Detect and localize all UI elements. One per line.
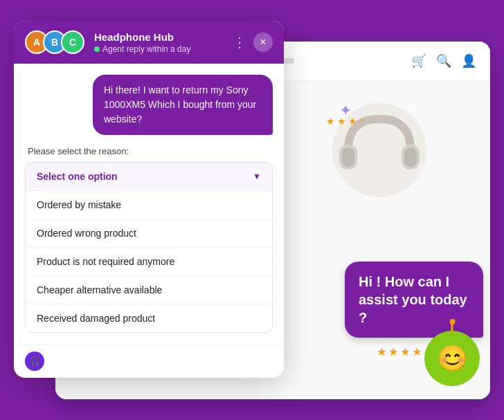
- option-2-text: Ordered wrong product: [37, 228, 136, 239]
- svg-rect-4: [404, 147, 417, 167]
- chat-header-info: Headphone Hub Agent reply within a day: [94, 31, 226, 54]
- user-icon[interactable]: 👤: [461, 53, 476, 69]
- option-5-text: Received damaged product: [37, 313, 155, 324]
- close-button[interactable]: ×: [253, 33, 273, 52]
- chat-logo-icon: 🎧: [30, 356, 40, 366]
- dropdown-option-3[interactable]: Product is not required anymore: [26, 248, 272, 276]
- option-3-text: Product is not required anymore: [37, 256, 174, 267]
- dots-menu-icon[interactable]: ⋮: [233, 34, 246, 51]
- browser-action-icons: 🛒 🔍 👤: [411, 53, 476, 69]
- dropdown-option-2[interactable]: Ordered wrong product: [26, 219, 272, 248]
- star-4: ★: [412, 345, 422, 358]
- robot-avatar: 😊: [424, 331, 487, 393]
- select-reason-label: Please select the reason:: [25, 146, 273, 162]
- dropdown-option-5[interactable]: Received damaged product: [26, 304, 272, 332]
- assist-bubble: Hi ! How can I assist you today ?: [345, 262, 483, 338]
- user-message-bubble: Hi there! I want to return my Sony 1000X…: [93, 75, 273, 135]
- robot-antenna: [451, 322, 453, 332]
- robot-face-icon: 😊: [437, 344, 468, 373]
- chat-header-actions[interactable]: ⋮ ×: [233, 33, 273, 52]
- option-4-text: Cheaper alternative available: [37, 284, 162, 295]
- dropdown-option-4[interactable]: Cheaper alternative available: [26, 276, 272, 304]
- search-icon[interactable]: 🔍: [436, 53, 451, 69]
- dropdown-option-1[interactable]: Ordered by mistake: [26, 191, 272, 219]
- star-1: ★: [377, 345, 386, 358]
- user-message-text: Hi there! I want to return my Sony 1000X…: [104, 84, 256, 125]
- dropdown-placeholder-text: Select one option: [37, 171, 118, 182]
- avatar-3: C: [61, 30, 84, 54]
- chat-widget: A B C Headphone Hub Agent reply within a…: [14, 21, 284, 378]
- star-3: ★: [400, 345, 410, 358]
- dropdown-placeholder[interactable]: Select one option ▼: [26, 163, 272, 191]
- chat-bottom-bar: 🎧: [14, 344, 284, 378]
- chat-header-name: Headphone Hub: [94, 31, 226, 43]
- message-area: Hi there! I want to return my Sony 1000X…: [14, 64, 284, 344]
- chat-sub-label: Agent reply within a day: [102, 44, 190, 54]
- dropdown-container[interactable]: Select one option ▼ Ordered by mistake O…: [25, 162, 273, 333]
- assist-bubble-text: Hi ! How can I assist you today ?: [359, 274, 467, 325]
- close-icon: ×: [260, 36, 266, 48]
- option-1-text: Ordered by mistake: [37, 199, 121, 210]
- avatars-group: A B C: [25, 30, 84, 54]
- chat-header-sub: Agent reply within a day: [94, 44, 226, 54]
- chat-logo-small: 🎧: [25, 351, 44, 371]
- online-indicator: [94, 46, 100, 52]
- chat-header: A B C Headphone Hub Agent reply within a…: [14, 21, 284, 64]
- robot-body: 😊: [424, 331, 480, 386]
- cart-icon[interactable]: 🛒: [411, 53, 426, 69]
- star-2: ★: [388, 345, 398, 358]
- sparkle-icon-top: ✦: [339, 102, 352, 120]
- chevron-down-icon: ▼: [253, 172, 261, 181]
- svg-rect-2: [342, 147, 354, 167]
